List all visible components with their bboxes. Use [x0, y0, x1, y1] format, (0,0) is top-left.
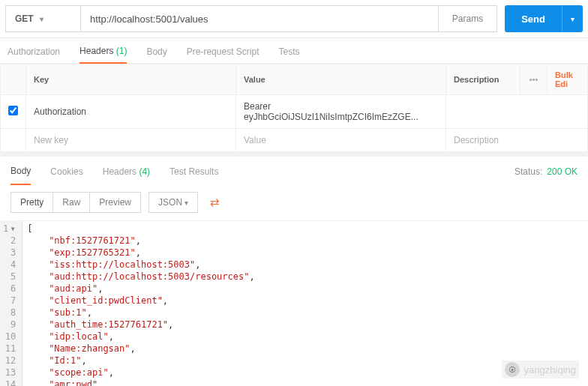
headers-table: Key Value Description ••• Bulk Edi Autho…: [0, 64, 588, 152]
status-label: Status:: [514, 166, 542, 177]
http-method-select[interactable]: GET ▾: [5, 5, 80, 32]
value-cell[interactable]: Bearer eyJhbGciOiJSUzI1NiIsImtpZCI6ImEzZ…: [236, 95, 446, 129]
url-input[interactable]: http://localhost:5001/values: [80, 5, 439, 32]
request-bar: GET ▾ http://localhost:5001/values Param…: [0, 0, 588, 38]
checkbox-header: [1, 64, 26, 95]
line-gutter: 1▾234567891011121314151617: [0, 221, 22, 386]
value-header: Value: [236, 64, 446, 95]
resp-tab-body[interactable]: Body: [10, 166, 31, 185]
format-select[interactable]: JSON ▾: [148, 192, 198, 213]
format-value: JSON: [158, 197, 182, 208]
tab-headers[interactable]: Headers (1): [80, 46, 127, 64]
response-tabs: Body Cookies Headers (4) Test Results St…: [0, 152, 588, 184]
http-method-value: GET: [15, 13, 34, 24]
tab-tests[interactable]: Tests: [278, 46, 299, 63]
key-cell[interactable]: Authorization: [26, 95, 236, 129]
params-button[interactable]: Params: [439, 5, 497, 32]
response-body: 1▾234567891011121314151617 [ "nbf:152776…: [0, 221, 588, 386]
tab-authorization[interactable]: Authorization: [8, 46, 60, 63]
resp-tab-tests[interactable]: Test Results: [170, 166, 218, 184]
value-input[interactable]: Value: [236, 129, 446, 152]
tab-headers-label: Headers: [80, 46, 113, 56]
resp-tab-headers[interactable]: Headers (4): [103, 166, 150, 184]
row-checkbox[interactable]: [8, 106, 18, 115]
preview-button[interactable]: Preview: [90, 192, 141, 213]
resp-tab-cookies[interactable]: Cookies: [50, 166, 82, 184]
chevron-down-icon: ▾: [184, 199, 188, 207]
bulk-edit-link[interactable]: Bulk Edi: [555, 70, 573, 88]
key-input[interactable]: New key: [26, 129, 236, 152]
wechat-icon: ⦿: [505, 362, 520, 377]
send-button[interactable]: Send: [505, 5, 562, 32]
response-status: Status: 200 OK: [514, 166, 578, 184]
request-tabs: Authorization Headers (1) Body Pre-reque…: [0, 38, 588, 64]
tab-headers-count: (1): [116, 46, 128, 56]
description-header: Description: [446, 64, 520, 95]
table-row-new: New key Value Description: [1, 129, 588, 152]
viewer-bar: Pretty Raw Preview JSON ▾ ⇄: [0, 184, 588, 221]
key-header: Key: [26, 64, 236, 95]
tab-prerequest[interactable]: Pre-request Script: [187, 46, 260, 63]
resp-tab-headers-label: Headers: [103, 166, 136, 177]
table-row: Authorization Bearer eyJhbGciOiJSUzI1NiI…: [1, 95, 588, 129]
watermark: ⦿ yangzhiqing: [502, 361, 579, 379]
chevron-down-icon: ▾: [40, 15, 44, 23]
more-icon[interactable]: •••: [530, 75, 538, 84]
description-cell[interactable]: [446, 95, 588, 129]
url-value: http://localhost:5001/values: [90, 13, 208, 25]
view-mode-group: Pretty Raw Preview: [10, 192, 141, 213]
chevron-down-icon: ▾: [571, 15, 574, 23]
table-header-row: Key Value Description ••• Bulk Edi: [1, 64, 588, 95]
status-value: 200 OK: [547, 166, 578, 177]
raw-button[interactable]: Raw: [53, 192, 90, 213]
description-input[interactable]: Description: [446, 129, 588, 152]
resp-tab-headers-count: (4): [139, 166, 150, 177]
wrap-lines-icon[interactable]: ⇄: [206, 193, 224, 212]
tab-body[interactable]: Body: [146, 46, 166, 63]
pretty-button[interactable]: Pretty: [10, 192, 53, 213]
watermark-text: yangzhiqing: [524, 364, 576, 376]
send-dropdown-button[interactable]: ▾: [562, 5, 583, 32]
row-checkbox-empty: [1, 129, 26, 152]
